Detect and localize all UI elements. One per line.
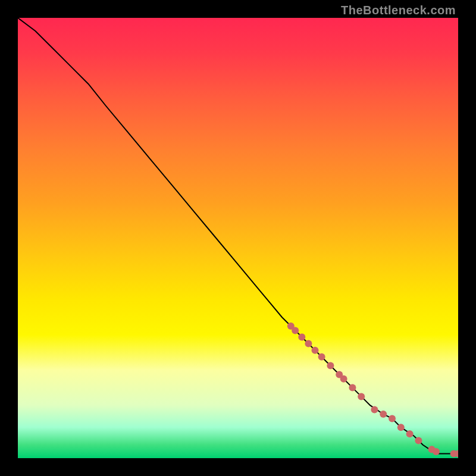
data-marker bbox=[415, 437, 422, 444]
watermark-label: TheBottleneck.com bbox=[341, 4, 456, 17]
curve-line bbox=[18, 18, 458, 454]
data-marker bbox=[406, 430, 414, 437]
data-marker bbox=[397, 424, 405, 431]
data-marker bbox=[340, 375, 347, 383]
data-marker bbox=[349, 384, 356, 392]
data-marker bbox=[298, 334, 305, 341]
data-marker bbox=[327, 362, 334, 369]
chart-svg bbox=[18, 18, 458, 458]
data-marker bbox=[358, 393, 365, 400]
data-marker bbox=[292, 327, 299, 334]
chart-frame: TheBottleneck.com bbox=[0, 0, 476, 476]
markers-group bbox=[287, 322, 458, 458]
data-marker bbox=[433, 448, 440, 455]
plot-area bbox=[18, 18, 458, 458]
data-marker bbox=[371, 406, 378, 414]
data-marker bbox=[318, 353, 325, 361]
data-marker bbox=[389, 415, 396, 422]
data-marker bbox=[380, 411, 387, 418]
data-marker bbox=[312, 347, 319, 354]
data-marker bbox=[305, 340, 312, 347]
